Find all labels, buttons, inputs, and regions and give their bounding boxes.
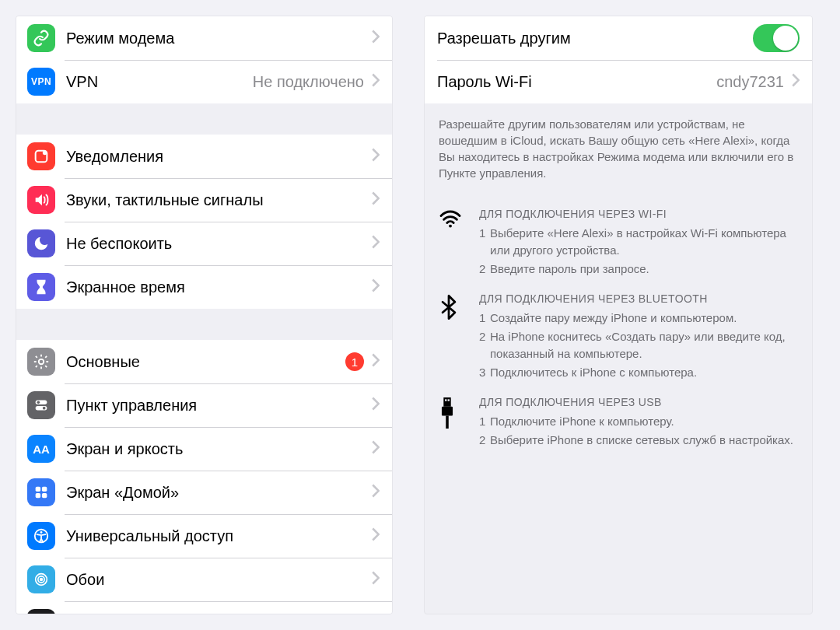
row-label: Основные <box>66 353 339 371</box>
link-icon <box>27 24 55 52</box>
row-label: Уведомления <box>66 148 364 166</box>
usb-icon <box>439 396 479 450</box>
wifi-icon <box>439 208 479 278</box>
row-label: Пункт управления <box>66 397 364 415</box>
svg-point-6 <box>43 407 46 410</box>
row-label: Не беспокоить <box>66 235 364 253</box>
settings-row-home-screen[interactable]: Экран «Домой» <box>16 471 392 514</box>
svg-rect-8 <box>42 487 47 492</box>
bluetooth-title: ДЛЯ ПОДКЛЮЧЕНИЯ ЧЕРЕЗ BLUETOOTH <box>479 292 798 305</box>
svg-rect-18 <box>443 397 450 407</box>
section-gap <box>16 103 392 135</box>
settings-row-wallpaper[interactable]: Обои <box>16 558 392 601</box>
chevron-right-icon <box>372 527 380 544</box>
wifi-password-value: cndy7231 <box>716 73 784 91</box>
settings-row-notifications[interactable]: Уведомления <box>16 135 392 178</box>
svg-rect-7 <box>36 487 40 492</box>
row-label: Экран «Домой» <box>66 484 364 502</box>
settings-row-dnd[interactable]: Не беспокоить <box>16 222 392 265</box>
usb-title: ДЛЯ ПОДКЛЮЧЕНИЯ ЧЕРЕЗ USB <box>479 396 798 408</box>
svg-point-2 <box>39 359 44 364</box>
wifi-instructions: ДЛЯ ПОДКЛЮЧЕНИЯ ЧЕРЕЗ WI-FI 1Выберите «H… <box>425 200 812 285</box>
allow-others-row[interactable]: Разрешать другим <box>425 16 812 60</box>
settings-row-vpn[interactable]: VPN VPN Не подключено <box>16 60 392 103</box>
svg-point-17 <box>449 225 452 228</box>
row-label: Экран и яркость <box>66 440 364 458</box>
svg-point-12 <box>40 531 43 534</box>
chevron-right-icon <box>372 397 380 414</box>
usb-instructions: ДЛЯ ПОДКЛЮЧЕНИЯ ЧЕРЕЗ USB 1Подключите iP… <box>425 388 812 457</box>
vpn-icon: VPN <box>27 68 55 96</box>
row-value: Не подключено <box>253 73 364 91</box>
row-label: Экранное время <box>66 278 364 296</box>
row-label: Режим модема <box>66 30 364 47</box>
allow-others-toggle[interactable] <box>753 24 800 52</box>
dnd-icon <box>27 229 55 257</box>
settings-row-general[interactable]: Основные 1 <box>16 340 392 383</box>
row-label: Обои <box>66 571 364 589</box>
notifications-icon <box>27 142 55 170</box>
row-label: Звуки, тактильные сигналы <box>66 191 364 209</box>
chevron-right-icon <box>372 148 380 165</box>
svg-rect-21 <box>442 407 453 416</box>
chevron-right-icon <box>372 191 380 208</box>
svg-point-1 <box>43 151 47 156</box>
svg-rect-22 <box>446 416 449 429</box>
chevron-right-icon <box>372 571 380 588</box>
chevron-right-icon <box>792 73 800 90</box>
notification-badge: 1 <box>345 352 364 371</box>
allow-others-label: Разрешать другим <box>437 30 753 47</box>
settings-row-hotspot[interactable]: Режим модема <box>16 16 392 60</box>
row-label: VPN <box>66 73 247 91</box>
display-icon: AA <box>27 435 55 463</box>
settings-row-accessibility[interactable]: Универсальный доступ <box>16 514 392 558</box>
control-center-icon <box>27 391 55 419</box>
svg-point-5 <box>37 401 40 404</box>
settings-row-display[interactable]: AA Экран и яркость <box>16 427 392 471</box>
settings-list-panel: Режим модема VPN VPN Не подключено Уведо… <box>16 16 393 614</box>
chevron-right-icon <box>372 30 380 47</box>
accessibility-icon <box>27 522 55 550</box>
hotspot-detail-panel: Разрешать другим Пароль Wi-Fi cndy7231 Р… <box>424 16 813 614</box>
bluetooth-instructions: ДЛЯ ПОДКЛЮЧЕНИЯ ЧЕРЕЗ BLUETOOTH 1Создайт… <box>425 285 812 388</box>
screentime-icon <box>27 273 55 301</box>
allow-others-footer: Разрешайте другим пользователям или устр… <box>425 103 812 200</box>
home-screen-icon <box>27 478 55 506</box>
sounds-icon <box>27 186 55 214</box>
chevron-right-icon <box>372 235 380 252</box>
row-label: Siri и Поиск <box>66 614 364 615</box>
bluetooth-icon <box>439 292 479 382</box>
svg-rect-20 <box>448 400 450 401</box>
row-label: Универсальный доступ <box>66 527 364 545</box>
svg-rect-19 <box>445 400 446 401</box>
svg-rect-9 <box>36 493 40 498</box>
general-icon <box>27 348 55 376</box>
wallpaper-icon <box>27 565 55 593</box>
siri-icon <box>27 609 55 614</box>
chevron-right-icon <box>372 440 380 457</box>
settings-row-siri[interactable]: Siri и Поиск <box>16 601 392 614</box>
wifi-password-label: Пароль Wi-Fi <box>437 73 716 91</box>
wifi-title: ДЛЯ ПОДКЛЮЧЕНИЯ ЧЕРЕЗ WI-FI <box>479 208 798 220</box>
svg-point-15 <box>40 579 43 581</box>
settings-row-control-center[interactable]: Пункт управления <box>16 383 392 427</box>
chevron-right-icon <box>372 73 380 90</box>
settings-row-sounds[interactable]: Звуки, тактильные сигналы <box>16 178 392 222</box>
chevron-right-icon <box>372 278 380 296</box>
svg-rect-10 <box>42 493 47 498</box>
settings-row-screentime[interactable]: Экранное время <box>16 265 392 309</box>
chevron-right-icon <box>372 484 380 501</box>
chevron-right-icon <box>372 353 380 370</box>
wifi-password-row[interactable]: Пароль Wi-Fi cndy7231 <box>425 60 812 103</box>
section-gap <box>16 309 392 340</box>
